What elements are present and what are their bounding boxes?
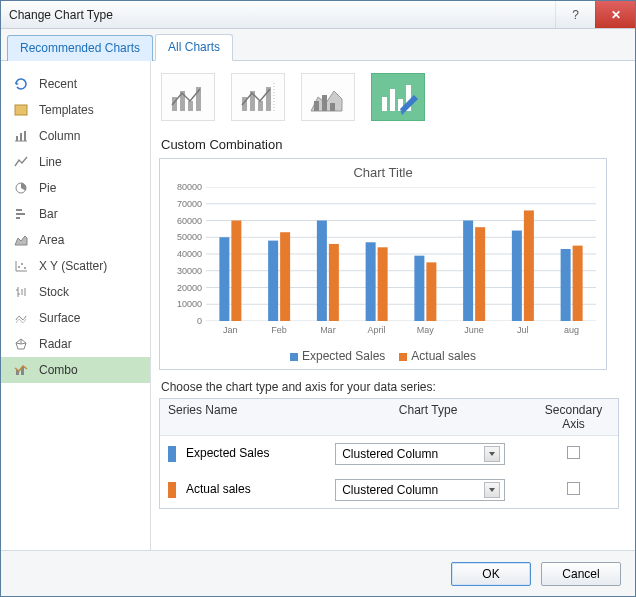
sidebar-item-label: Surface [39, 311, 80, 325]
sidebar-item-bar[interactable]: Bar [1, 201, 150, 227]
combo-icon [13, 362, 29, 378]
chart-title: Chart Title [160, 159, 606, 182]
combo-style-2[interactable] [231, 73, 285, 121]
templates-icon [13, 102, 29, 118]
series-name-cell: Expected Sales [160, 442, 327, 466]
sidebar-item-label: Bar [39, 207, 58, 221]
svg-point-13 [24, 267, 26, 269]
combo-style-row [159, 69, 619, 133]
chart-type-dropdown[interactable]: Clustered Column [335, 443, 505, 465]
sidebar-item-area[interactable]: Area [1, 227, 150, 253]
svg-rect-54 [317, 221, 327, 322]
svg-rect-35 [322, 95, 327, 111]
header-secondary-axis: Secondary Axis [529, 399, 618, 435]
sidebar-item-label: Column [39, 129, 80, 143]
close-icon: ✕ [611, 8, 621, 22]
svg-point-12 [21, 263, 23, 265]
svg-rect-31 [258, 101, 263, 111]
svg-rect-61 [475, 227, 485, 321]
sidebar-item-stock[interactable]: Stock [1, 279, 150, 305]
svg-rect-52 [268, 241, 278, 321]
combo-style-custom[interactable] [371, 73, 425, 121]
ok-button[interactable]: OK [451, 562, 531, 586]
series-color-swatch [168, 482, 176, 498]
svg-rect-36 [330, 103, 335, 111]
sidebar-item-column[interactable]: Column [1, 123, 150, 149]
svg-rect-0 [15, 105, 27, 115]
cancel-button[interactable]: Cancel [541, 562, 621, 586]
dialog-footer: OK Cancel [1, 550, 635, 596]
svg-rect-60 [463, 221, 473, 322]
svg-point-11 [18, 266, 20, 268]
help-button[interactable]: ? [555, 1, 595, 28]
header-chart-type: Chart Type [327, 399, 529, 435]
svg-rect-7 [16, 213, 25, 215]
chevron-down-icon [484, 446, 500, 462]
titlebar-buttons: ? ✕ [555, 1, 635, 28]
sidebar-item-label: Line [39, 155, 62, 169]
combo-style-3[interactable] [301, 73, 355, 121]
sidebar-item-label: Templates [39, 103, 94, 117]
series-table: Series Name Chart Type Secondary Axis Ex… [159, 398, 619, 509]
sidebar-item-line[interactable]: Line [1, 149, 150, 175]
svg-rect-6 [16, 209, 22, 211]
sidebar-item-surface[interactable]: Surface [1, 305, 150, 331]
line-icon [13, 154, 29, 170]
chart-plot-area [206, 187, 596, 321]
chevron-down-icon [484, 482, 500, 498]
legend-item-actual: Actual sales [399, 349, 476, 363]
svg-rect-2 [20, 133, 22, 141]
sidebar-item-label: Combo [39, 363, 78, 377]
chart-preview[interactable]: Chart Title 0100002000030000400005000060… [159, 158, 607, 370]
section-title: Custom Combination [159, 133, 619, 158]
svg-rect-64 [561, 249, 571, 321]
svg-rect-53 [280, 232, 290, 321]
svg-rect-50 [219, 237, 229, 321]
svg-rect-51 [231, 221, 241, 322]
secondary-axis-checkbox[interactable] [567, 446, 580, 459]
svg-rect-56 [366, 242, 376, 321]
sidebar-item-templates[interactable]: Templates [1, 97, 150, 123]
main-panel: Custom Combination Chart Title 010000200… [151, 61, 635, 550]
sidebar-item-pie[interactable]: Pie [1, 175, 150, 201]
svg-rect-1 [16, 136, 18, 141]
secondary-axis-checkbox[interactable] [567, 482, 580, 495]
svg-rect-55 [329, 244, 339, 321]
sidebar-item-label: Radar [39, 337, 72, 351]
svg-rect-34 [314, 101, 319, 111]
help-icon: ? [572, 8, 579, 22]
series-row: Expected Sales Clustered Column [160, 436, 618, 472]
svg-rect-65 [573, 246, 583, 321]
chart-type-dropdown[interactable]: Clustered Column [335, 479, 505, 501]
sidebar-item-label: Pie [39, 181, 56, 195]
svg-rect-57 [378, 247, 388, 321]
column-icon [13, 128, 29, 144]
chart-category-sidebar: Recent Templates Column Line Pie Bar [1, 61, 151, 550]
bar-icon [13, 206, 29, 222]
svg-rect-59 [426, 262, 436, 321]
tab-all-charts[interactable]: All Charts [155, 34, 233, 61]
sidebar-item-scatter[interactable]: X Y (Scatter) [1, 253, 150, 279]
svg-rect-63 [524, 210, 534, 321]
dialog-body: Recent Templates Column Line Pie Bar [1, 61, 635, 550]
surface-icon [13, 310, 29, 326]
titlebar: Change Chart Type ? ✕ [1, 1, 635, 29]
svg-rect-37 [382, 97, 387, 111]
sidebar-item-recent[interactable]: Recent [1, 71, 150, 97]
svg-rect-58 [414, 256, 424, 321]
close-button[interactable]: ✕ [595, 1, 635, 28]
window-title: Change Chart Type [9, 8, 113, 22]
tab-recommended[interactable]: Recommended Charts [7, 35, 153, 61]
series-color-swatch [168, 446, 176, 462]
series-table-header: Series Name Chart Type Secondary Axis [160, 399, 618, 436]
header-series-name: Series Name [160, 399, 327, 435]
series-row: Actual sales Clustered Column [160, 472, 618, 508]
scatter-icon [13, 258, 29, 274]
svg-rect-3 [24, 131, 26, 141]
change-chart-type-dialog: Change Chart Type ? ✕ Recommended Charts… [0, 0, 636, 597]
stock-icon [13, 284, 29, 300]
combo-style-1[interactable] [161, 73, 215, 121]
sidebar-item-radar[interactable]: Radar [1, 331, 150, 357]
recent-icon [13, 76, 29, 92]
sidebar-item-combo[interactable]: Combo [1, 357, 150, 383]
